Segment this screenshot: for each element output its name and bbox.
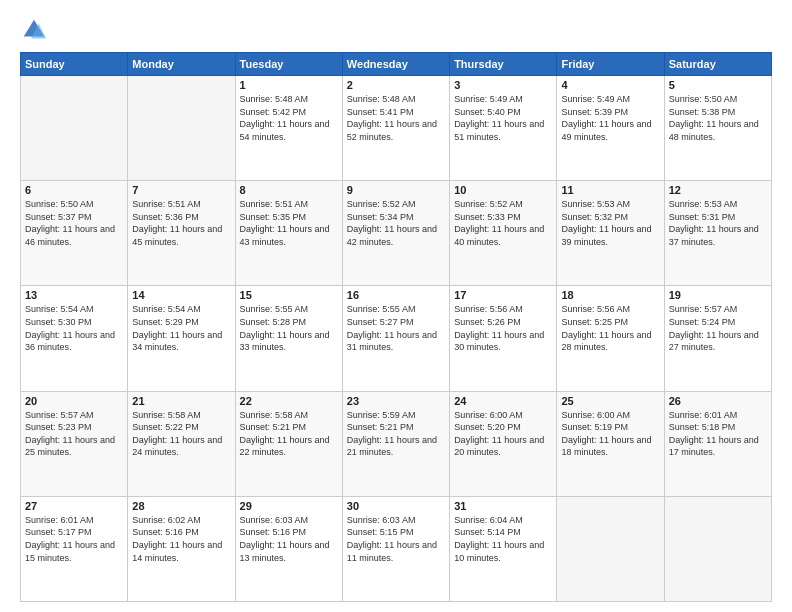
day-number: 11: [561, 184, 659, 196]
calendar-cell: 5Sunrise: 5:50 AMSunset: 5:38 PMDaylight…: [664, 76, 771, 181]
day-info: Sunrise: 5:58 AMSunset: 5:21 PMDaylight:…: [240, 409, 338, 459]
calendar: SundayMondayTuesdayWednesdayThursdayFrid…: [20, 52, 772, 602]
calendar-cell: 10Sunrise: 5:52 AMSunset: 5:33 PMDayligh…: [450, 181, 557, 286]
day-info: Sunrise: 5:53 AMSunset: 5:32 PMDaylight:…: [561, 198, 659, 248]
calendar-week-row: 13Sunrise: 5:54 AMSunset: 5:30 PMDayligh…: [21, 286, 772, 391]
calendar-cell: 12Sunrise: 5:53 AMSunset: 5:31 PMDayligh…: [664, 181, 771, 286]
calendar-cell: [128, 76, 235, 181]
weekday-header: Wednesday: [342, 53, 449, 76]
calendar-cell: [664, 496, 771, 601]
calendar-cell: [21, 76, 128, 181]
weekday-header: Tuesday: [235, 53, 342, 76]
day-info: Sunrise: 5:49 AMSunset: 5:40 PMDaylight:…: [454, 93, 552, 143]
calendar-cell: 19Sunrise: 5:57 AMSunset: 5:24 PMDayligh…: [664, 286, 771, 391]
calendar-week-row: 20Sunrise: 5:57 AMSunset: 5:23 PMDayligh…: [21, 391, 772, 496]
calendar-cell: 26Sunrise: 6:01 AMSunset: 5:18 PMDayligh…: [664, 391, 771, 496]
day-info: Sunrise: 5:59 AMSunset: 5:21 PMDaylight:…: [347, 409, 445, 459]
day-number: 30: [347, 500, 445, 512]
calendar-cell: 3Sunrise: 5:49 AMSunset: 5:40 PMDaylight…: [450, 76, 557, 181]
day-info: Sunrise: 5:57 AMSunset: 5:23 PMDaylight:…: [25, 409, 123, 459]
calendar-cell: [557, 496, 664, 601]
day-info: Sunrise: 5:54 AMSunset: 5:30 PMDaylight:…: [25, 303, 123, 353]
calendar-cell: 25Sunrise: 6:00 AMSunset: 5:19 PMDayligh…: [557, 391, 664, 496]
calendar-cell: 2Sunrise: 5:48 AMSunset: 5:41 PMDaylight…: [342, 76, 449, 181]
page: SundayMondayTuesdayWednesdayThursdayFrid…: [0, 0, 792, 612]
calendar-cell: 18Sunrise: 5:56 AMSunset: 5:25 PMDayligh…: [557, 286, 664, 391]
logo-icon: [20, 16, 48, 44]
day-info: Sunrise: 5:50 AMSunset: 5:37 PMDaylight:…: [25, 198, 123, 248]
day-number: 26: [669, 395, 767, 407]
weekday-header: Thursday: [450, 53, 557, 76]
day-info: Sunrise: 5:48 AMSunset: 5:41 PMDaylight:…: [347, 93, 445, 143]
weekday-header: Sunday: [21, 53, 128, 76]
day-number: 5: [669, 79, 767, 91]
day-number: 23: [347, 395, 445, 407]
weekday-header: Monday: [128, 53, 235, 76]
weekday-header: Saturday: [664, 53, 771, 76]
day-number: 19: [669, 289, 767, 301]
day-number: 16: [347, 289, 445, 301]
calendar-cell: 17Sunrise: 5:56 AMSunset: 5:26 PMDayligh…: [450, 286, 557, 391]
weekday-header: Friday: [557, 53, 664, 76]
calendar-cell: 9Sunrise: 5:52 AMSunset: 5:34 PMDaylight…: [342, 181, 449, 286]
day-info: Sunrise: 5:57 AMSunset: 5:24 PMDaylight:…: [669, 303, 767, 353]
calendar-week-row: 27Sunrise: 6:01 AMSunset: 5:17 PMDayligh…: [21, 496, 772, 601]
day-number: 13: [25, 289, 123, 301]
calendar-cell: 14Sunrise: 5:54 AMSunset: 5:29 PMDayligh…: [128, 286, 235, 391]
day-info: Sunrise: 5:50 AMSunset: 5:38 PMDaylight:…: [669, 93, 767, 143]
day-number: 1: [240, 79, 338, 91]
day-info: Sunrise: 6:01 AMSunset: 5:17 PMDaylight:…: [25, 514, 123, 564]
day-info: Sunrise: 6:03 AMSunset: 5:16 PMDaylight:…: [240, 514, 338, 564]
calendar-cell: 15Sunrise: 5:55 AMSunset: 5:28 PMDayligh…: [235, 286, 342, 391]
calendar-cell: 27Sunrise: 6:01 AMSunset: 5:17 PMDayligh…: [21, 496, 128, 601]
calendar-cell: 13Sunrise: 5:54 AMSunset: 5:30 PMDayligh…: [21, 286, 128, 391]
calendar-week-row: 1Sunrise: 5:48 AMSunset: 5:42 PMDaylight…: [21, 76, 772, 181]
calendar-cell: 6Sunrise: 5:50 AMSunset: 5:37 PMDaylight…: [21, 181, 128, 286]
logo: [20, 16, 52, 44]
day-info: Sunrise: 5:51 AMSunset: 5:35 PMDaylight:…: [240, 198, 338, 248]
calendar-cell: 8Sunrise: 5:51 AMSunset: 5:35 PMDaylight…: [235, 181, 342, 286]
day-number: 9: [347, 184, 445, 196]
day-info: Sunrise: 6:03 AMSunset: 5:15 PMDaylight:…: [347, 514, 445, 564]
header: [20, 16, 772, 44]
calendar-cell: 16Sunrise: 5:55 AMSunset: 5:27 PMDayligh…: [342, 286, 449, 391]
day-info: Sunrise: 5:52 AMSunset: 5:34 PMDaylight:…: [347, 198, 445, 248]
day-number: 4: [561, 79, 659, 91]
calendar-cell: 29Sunrise: 6:03 AMSunset: 5:16 PMDayligh…: [235, 496, 342, 601]
calendar-cell: 31Sunrise: 6:04 AMSunset: 5:14 PMDayligh…: [450, 496, 557, 601]
day-info: Sunrise: 5:58 AMSunset: 5:22 PMDaylight:…: [132, 409, 230, 459]
day-number: 12: [669, 184, 767, 196]
day-number: 29: [240, 500, 338, 512]
day-number: 20: [25, 395, 123, 407]
calendar-cell: 24Sunrise: 6:00 AMSunset: 5:20 PMDayligh…: [450, 391, 557, 496]
day-number: 14: [132, 289, 230, 301]
calendar-week-row: 6Sunrise: 5:50 AMSunset: 5:37 PMDaylight…: [21, 181, 772, 286]
day-number: 22: [240, 395, 338, 407]
calendar-cell: 1Sunrise: 5:48 AMSunset: 5:42 PMDaylight…: [235, 76, 342, 181]
day-info: Sunrise: 6:00 AMSunset: 5:19 PMDaylight:…: [561, 409, 659, 459]
day-info: Sunrise: 5:49 AMSunset: 5:39 PMDaylight:…: [561, 93, 659, 143]
day-info: Sunrise: 5:53 AMSunset: 5:31 PMDaylight:…: [669, 198, 767, 248]
day-number: 2: [347, 79, 445, 91]
calendar-cell: 20Sunrise: 5:57 AMSunset: 5:23 PMDayligh…: [21, 391, 128, 496]
calendar-cell: 28Sunrise: 6:02 AMSunset: 5:16 PMDayligh…: [128, 496, 235, 601]
calendar-cell: 23Sunrise: 5:59 AMSunset: 5:21 PMDayligh…: [342, 391, 449, 496]
calendar-cell: 7Sunrise: 5:51 AMSunset: 5:36 PMDaylight…: [128, 181, 235, 286]
day-number: 18: [561, 289, 659, 301]
calendar-cell: 11Sunrise: 5:53 AMSunset: 5:32 PMDayligh…: [557, 181, 664, 286]
day-info: Sunrise: 5:56 AMSunset: 5:25 PMDaylight:…: [561, 303, 659, 353]
day-info: Sunrise: 5:52 AMSunset: 5:33 PMDaylight:…: [454, 198, 552, 248]
calendar-cell: 30Sunrise: 6:03 AMSunset: 5:15 PMDayligh…: [342, 496, 449, 601]
day-number: 27: [25, 500, 123, 512]
day-info: Sunrise: 5:55 AMSunset: 5:28 PMDaylight:…: [240, 303, 338, 353]
day-info: Sunrise: 5:51 AMSunset: 5:36 PMDaylight:…: [132, 198, 230, 248]
calendar-cell: 4Sunrise: 5:49 AMSunset: 5:39 PMDaylight…: [557, 76, 664, 181]
day-number: 6: [25, 184, 123, 196]
day-info: Sunrise: 5:56 AMSunset: 5:26 PMDaylight:…: [454, 303, 552, 353]
day-number: 10: [454, 184, 552, 196]
day-number: 17: [454, 289, 552, 301]
day-number: 7: [132, 184, 230, 196]
day-info: Sunrise: 6:01 AMSunset: 5:18 PMDaylight:…: [669, 409, 767, 459]
day-info: Sunrise: 5:48 AMSunset: 5:42 PMDaylight:…: [240, 93, 338, 143]
day-info: Sunrise: 5:54 AMSunset: 5:29 PMDaylight:…: [132, 303, 230, 353]
